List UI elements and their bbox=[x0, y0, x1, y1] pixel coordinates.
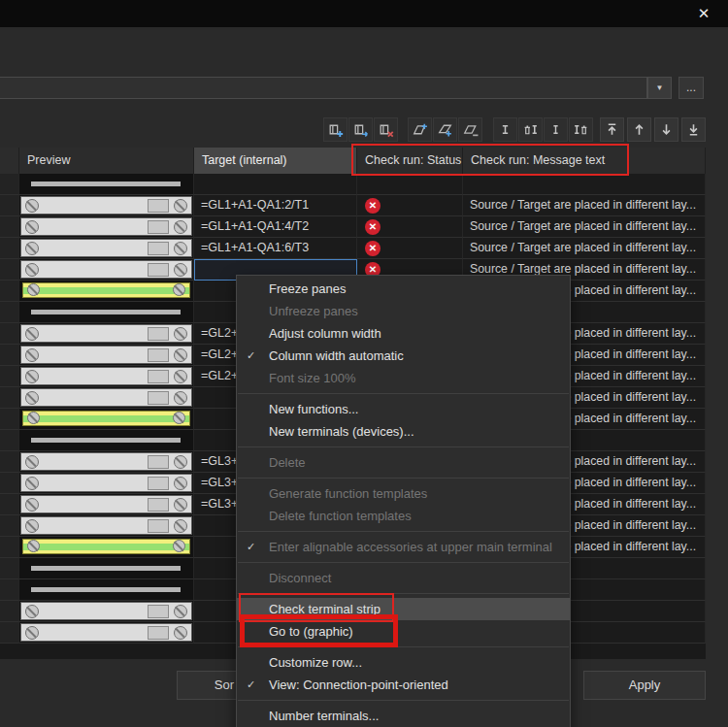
row-gutter[interactable] bbox=[0, 494, 19, 515]
preview-cell[interactable] bbox=[19, 494, 194, 515]
row-gutter[interactable] bbox=[0, 579, 19, 601]
status-cell[interactable]: ✕ bbox=[357, 238, 463, 259]
combobox-dropdown-icon[interactable]: ▼ bbox=[647, 77, 672, 99]
message-cell[interactable] bbox=[463, 174, 706, 195]
preview-cell[interactable] bbox=[19, 430, 194, 451]
table-row[interactable] bbox=[0, 174, 706, 195]
move-to-last-icon[interactable] bbox=[681, 117, 706, 142]
row-gutter[interactable] bbox=[0, 451, 19, 473]
row-gutter[interactable] bbox=[0, 622, 19, 644]
row-gutter[interactable] bbox=[0, 281, 19, 302]
preview-cell[interactable] bbox=[19, 238, 194, 259]
menu-item-go-to-graphic[interactable]: Go to (graphic) bbox=[237, 620, 570, 643]
preview-cell[interactable] bbox=[19, 473, 194, 494]
target-cell[interactable]: =GL1+A1-QA1:4/T2 bbox=[194, 216, 357, 238]
row-gutter[interactable] bbox=[0, 302, 19, 323]
menu-separator bbox=[237, 443, 570, 451]
new-terminal-device-icon[interactable] bbox=[433, 117, 457, 142]
new-functions-icon[interactable] bbox=[323, 117, 347, 142]
move-to-first-icon[interactable] bbox=[600, 117, 624, 142]
preview-cell[interactable] bbox=[19, 323, 194, 345]
target-cell[interactable] bbox=[194, 174, 357, 195]
screw-icon bbox=[173, 412, 185, 424]
table-row[interactable]: =GL1+A1-QA1:2/T1✕Source / Target are pla… bbox=[0, 195, 706, 216]
row-gutter[interactable] bbox=[0, 387, 19, 409]
menu-item-customize-row[interactable]: Customize row... bbox=[237, 651, 570, 674]
target-cell[interactable]: =GL1+A1-QA1:2/T1 bbox=[194, 195, 357, 216]
delete-function-templates-icon[interactable] bbox=[374, 117, 398, 142]
preview-cell[interactable] bbox=[19, 345, 194, 366]
row-gutter[interactable] bbox=[0, 558, 19, 579]
new-terminal-icon[interactable] bbox=[408, 117, 432, 142]
row-gutter[interactable] bbox=[0, 601, 19, 622]
status-cell[interactable]: ✕ bbox=[357, 195, 463, 216]
column-header-check-run-status[interactable]: Check run: Status bbox=[357, 148, 463, 174]
preview-cell[interactable] bbox=[19, 515, 194, 537]
apply-button[interactable]: Apply bbox=[583, 671, 706, 700]
terminal-strip-combobox[interactable] bbox=[0, 77, 647, 99]
column-header-check-run-message-text[interactable]: Check run: Message text bbox=[463, 148, 706, 174]
table-row[interactable]: =GL1+A1-QA1:4/T2✕Source / Target are pla… bbox=[0, 216, 706, 238]
menu-item-new-functions[interactable]: New functions... bbox=[237, 398, 570, 420]
menu-item-new-terminals-devices[interactable]: New terminals (devices)... bbox=[237, 420, 570, 443]
delete-jumper-icon[interactable] bbox=[569, 117, 593, 142]
move-down-icon[interactable] bbox=[654, 117, 678, 142]
move-up-icon[interactable] bbox=[627, 117, 651, 142]
checkmark-icon: ✓ bbox=[247, 674, 255, 696]
menu-item-number-terminals[interactable]: Number terminals... bbox=[237, 705, 570, 727]
column-header-target-internal[interactable]: Target (internal) bbox=[194, 148, 357, 174]
menu-item-unfreeze-panes: Unfreeze panes bbox=[237, 300, 570, 322]
menu-separator bbox=[237, 558, 570, 567]
row-gutter[interactable] bbox=[0, 323, 19, 345]
status-cell[interactable] bbox=[357, 174, 463, 195]
more-button[interactable]: ... bbox=[678, 77, 704, 99]
close-icon[interactable]: ✕ bbox=[689, 3, 718, 24]
preview-cell[interactable] bbox=[19, 281, 194, 302]
row-gutter[interactable] bbox=[0, 216, 19, 238]
delete-accessory-icon[interactable] bbox=[518, 117, 543, 142]
generate-function-templates-icon[interactable] bbox=[348, 117, 373, 142]
preview-cell[interactable] bbox=[19, 195, 194, 216]
terminal-marker bbox=[148, 263, 169, 277]
row-gutter[interactable] bbox=[0, 515, 19, 537]
row-gutter[interactable] bbox=[0, 366, 19, 387]
menu-item-column-width-automatic[interactable]: ✓Column width automatic bbox=[237, 345, 570, 367]
row-gutter[interactable] bbox=[0, 174, 19, 195]
row-gutter[interactable] bbox=[0, 195, 19, 216]
preview-cell[interactable] bbox=[19, 387, 194, 409]
preview-cell[interactable] bbox=[19, 601, 194, 622]
column-header-preview[interactable]: Preview bbox=[19, 148, 194, 174]
menu-item-adjust-column-width[interactable]: Adjust column width bbox=[237, 322, 570, 345]
menu-item-view-connection-point-oriented[interactable]: ✓View: Connection-point-oriented bbox=[237, 674, 570, 696]
preview-cell[interactable] bbox=[19, 451, 194, 473]
status-cell[interactable]: ✕ bbox=[357, 216, 463, 238]
menu-item-freeze-panes[interactable]: Freeze panes bbox=[237, 278, 570, 300]
row-gutter[interactable] bbox=[0, 430, 19, 451]
preview-cell[interactable] bbox=[19, 537, 194, 558]
message-cell[interactable]: Source / Target are placed in different … bbox=[463, 195, 706, 216]
row-gutter[interactable] bbox=[0, 238, 19, 259]
table-row[interactable]: =GL1+A1-QA1:6/T3✕Source / Target are pla… bbox=[0, 238, 706, 259]
message-cell[interactable]: Source / Target are placed in different … bbox=[463, 216, 706, 238]
row-gutter[interactable] bbox=[0, 259, 19, 281]
target-cell[interactable]: =GL1+A1-QA1:6/T3 bbox=[194, 238, 357, 259]
row-gutter[interactable] bbox=[0, 345, 19, 366]
row-gutter[interactable] bbox=[0, 537, 19, 558]
delete-terminal-icon[interactable] bbox=[458, 117, 482, 142]
preview-cell[interactable] bbox=[19, 366, 194, 387]
preview-cell[interactable] bbox=[19, 579, 194, 601]
preview-cell[interactable] bbox=[19, 622, 194, 644]
preview-cell[interactable] bbox=[19, 174, 194, 195]
insert-jumper-icon[interactable] bbox=[544, 117, 568, 142]
row-gutter[interactable] bbox=[0, 409, 19, 430]
preview-cell[interactable] bbox=[19, 259, 194, 281]
message-cell[interactable]: Source / Target are placed in different … bbox=[463, 238, 706, 259]
preview-cell[interactable] bbox=[19, 409, 194, 430]
row-gutter[interactable] bbox=[0, 473, 19, 494]
menu-item-check-terminal-strip[interactable]: Check terminal strip bbox=[237, 598, 570, 620]
insert-accessory-icon[interactable] bbox=[493, 117, 517, 142]
sort-button[interactable]: Sor bbox=[177, 671, 237, 700]
preview-cell[interactable] bbox=[19, 558, 194, 579]
preview-cell[interactable] bbox=[19, 302, 194, 323]
preview-cell[interactable] bbox=[19, 216, 194, 238]
